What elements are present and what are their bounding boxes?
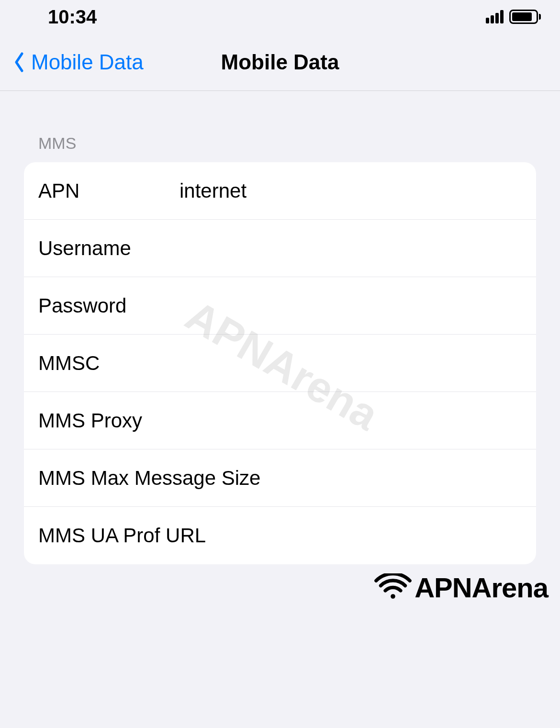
- mms-proxy-input[interactable]: [179, 409, 536, 432]
- navigation-bar: Mobile Data Mobile Data: [0, 34, 560, 91]
- wifi-icon: [374, 573, 412, 602]
- mms-proxy-label: MMS Proxy: [38, 409, 179, 432]
- chevron-left-icon: [12, 50, 26, 74]
- brand-text: APNArena: [414, 571, 548, 604]
- password-row[interactable]: Password: [24, 277, 536, 335]
- content-area: MMS APN Username Password MMSC MMS Proxy: [0, 91, 560, 564]
- mms-max-size-label: MMS Max Message Size: [38, 467, 536, 490]
- back-button[interactable]: Mobile Data: [0, 50, 144, 74]
- settings-group: APN Username Password MMSC MMS Proxy MMS…: [24, 162, 536, 564]
- apn-label: APN: [38, 179, 179, 202]
- username-input[interactable]: [179, 237, 536, 260]
- svg-point-0: [391, 594, 395, 599]
- mmsc-row[interactable]: MMSC: [24, 335, 536, 392]
- mms-ua-prof-row[interactable]: MMS UA Prof URL: [24, 507, 536, 564]
- back-label: Mobile Data: [31, 50, 144, 74]
- mms-proxy-row[interactable]: MMS Proxy: [24, 392, 536, 449]
- battery-icon: [509, 10, 541, 24]
- password-label: Password: [38, 294, 179, 317]
- mmsc-label: MMSC: [38, 352, 179, 375]
- mms-ua-prof-label: MMS UA Prof URL: [38, 524, 536, 547]
- status-time: 10:34: [48, 6, 97, 28]
- username-row[interactable]: Username: [24, 220, 536, 277]
- brand-logo: APNArena: [374, 571, 548, 604]
- mms-max-size-row[interactable]: MMS Max Message Size: [24, 449, 536, 507]
- status-bar: 10:34: [0, 0, 560, 34]
- section-header: MMS: [24, 134, 536, 153]
- status-icons: [486, 10, 541, 24]
- mmsc-input[interactable]: [179, 352, 536, 375]
- password-input[interactable]: [179, 294, 536, 317]
- username-label: Username: [38, 237, 179, 260]
- apn-row[interactable]: APN: [24, 162, 536, 220]
- cellular-signal-icon: [486, 10, 504, 23]
- page-title: Mobile Data: [221, 50, 339, 74]
- apn-input[interactable]: [179, 179, 536, 202]
